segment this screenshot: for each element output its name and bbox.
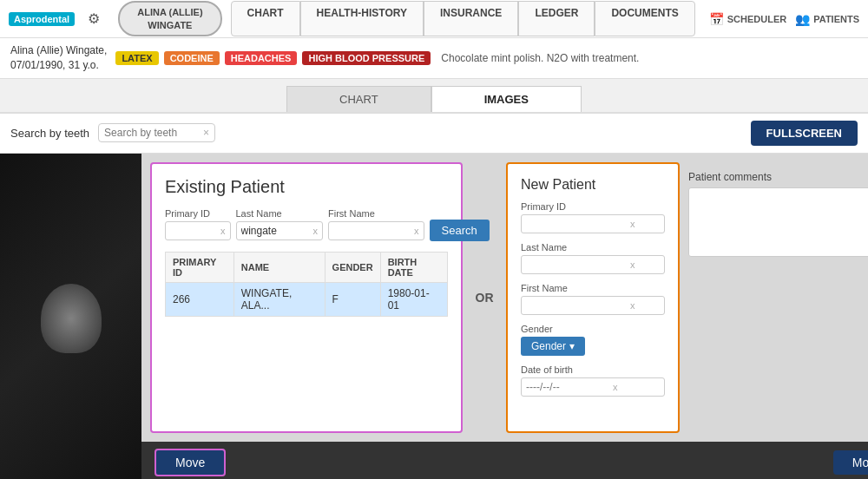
cell-id: 266 [166, 282, 234, 316]
np-primary-id-wrap: x [521, 214, 665, 233]
modal-area: Existing Patient Primary ID x Last Name [141, 154, 868, 442]
or-divider: OR [463, 162, 506, 433]
move-button-left[interactable]: Move [155, 449, 226, 476]
xray-panel [0, 154, 141, 479]
search-button[interactable]: Search [430, 220, 490, 241]
tab-chart-sub[interactable]: CHART [286, 86, 431, 112]
sub-tabs: CHART IMAGES [0, 79, 868, 114]
badge-high-blood-pressure: HIGH BLOOD PRESSURE [302, 51, 431, 65]
new-patient-box: New Patient Primary ID x Last Name x [506, 162, 680, 433]
np-gender-group: Gender Gender ▾ [521, 324, 665, 356]
badge-headaches: HEADACHES [225, 51, 298, 65]
np-dob-input[interactable] [526, 381, 613, 393]
table-row[interactable]: 266 WINGATE, ALA... F 1980-01-01 [166, 282, 448, 316]
patients-button[interactable]: 👥 PATIENTS [795, 12, 859, 26]
existing-patient-form-row: Primary ID x Last Name x [165, 207, 448, 241]
np-dob-group: Date of birth x [521, 364, 665, 397]
patient-dob: 07/01/1990, 31 y.o. [10, 58, 107, 73]
tab-documents[interactable]: DOCUMENTS [595, 1, 694, 36]
tab-health-history[interactable]: HEALTH-HISTORY [300, 1, 424, 36]
first-name-clear[interactable]: x [414, 226, 419, 236]
search-by-teeth-label: Search by teeth [10, 127, 89, 140]
col-primary-id: PRIMARY ID [166, 252, 234, 282]
col-gender: GENDER [325, 252, 380, 282]
np-gender-label: Gender [521, 324, 665, 334]
np-last-name-clear[interactable]: x [630, 259, 635, 270]
alert-note: Chocolate mint polish. N2O with treatmen… [441, 52, 639, 64]
np-dob-clear[interactable]: x [613, 382, 618, 392]
primary-id-clear[interactable]: x [220, 226, 226, 236]
tab-patient[interactable]: ALINA (ALLIE) WINGATE [118, 1, 221, 36]
content-panel: Existing Patient Primary ID x Last Name [141, 154, 868, 479]
gender-dropdown-button[interactable]: Gender ▾ [521, 337, 585, 356]
chevron-down-icon: ▾ [569, 340, 575, 352]
xray-image [0, 154, 141, 479]
np-first-name-group: First Name x [521, 283, 665, 315]
last-name-clear[interactable]: x [313, 226, 319, 236]
search-clear-icon[interactable]: × [203, 127, 209, 139]
move-button-right[interactable]: Move [833, 450, 868, 475]
search-input-wrap: × [98, 123, 215, 142]
primary-id-group: Primary ID x [165, 208, 231, 240]
np-first-name-input[interactable] [526, 299, 630, 312]
last-name-input-wrap: x [236, 221, 324, 240]
np-last-name-input[interactable] [526, 259, 630, 271]
top-bar: Asprodental ⚙ ALINA (ALLIE) WINGATE CHAR… [0, 0, 868, 38]
primary-id-input[interactable] [170, 225, 218, 237]
new-patient-title: New Patient [521, 177, 665, 193]
patient-bar: Alina (Allie) Wingate, 07/01/1990, 31 y.… [0, 38, 868, 79]
top-right-buttons: 📅 SCHEDULER 👥 PATIENTS [709, 12, 859, 26]
np-last-name-wrap: x [521, 255, 665, 274]
existing-patient-title: Existing Patient [165, 177, 448, 197]
np-first-name-clear[interactable]: x [630, 300, 635, 311]
tab-images-sub[interactable]: IMAGES [431, 86, 582, 112]
existing-patient-box: Existing Patient Primary ID x Last Name [150, 162, 463, 433]
tab-chart[interactable]: CHART [231, 1, 300, 36]
comments-textarea[interactable] [688, 187, 868, 257]
first-name-input[interactable] [333, 225, 411, 237]
results-table: PRIMARY ID NAME GENDER BIRTH DATE 266 WI… [165, 252, 448, 317]
first-name-group: First Name x [328, 208, 424, 240]
bottom-bar: Move Move [141, 442, 868, 479]
primary-id-input-wrap: x [165, 221, 231, 240]
np-first-name-wrap: x [521, 296, 665, 315]
gear-icon[interactable]: ⚙ [88, 10, 100, 27]
patient-name: Alina (Allie) Wingate, [10, 43, 107, 58]
np-last-name-group: Last Name x [521, 242, 665, 274]
np-last-name-label: Last Name [521, 242, 665, 253]
col-name: NAME [233, 252, 325, 282]
primary-id-label: Primary ID [165, 208, 231, 219]
search-bar: Search by teeth × FULLSCREEN [0, 114, 868, 154]
cell-gender: F [325, 282, 380, 316]
col-birth-date: BIRTH DATE [380, 252, 447, 282]
last-name-input[interactable] [241, 225, 311, 237]
logo: Asprodental [9, 12, 75, 26]
first-name-label: First Name [328, 208, 424, 219]
np-primary-id-label: Primary ID [521, 201, 665, 212]
cell-birth-date: 1980-01-01 [380, 282, 447, 316]
badge-latex: LATEX [115, 51, 158, 65]
badge-codeine: CODEINE [164, 51, 220, 65]
search-input[interactable] [104, 127, 200, 139]
comments-section: Patient comments [680, 162, 868, 433]
scheduler-icon: 📅 [709, 12, 724, 26]
scheduler-button[interactable]: 📅 SCHEDULER [709, 12, 786, 26]
cell-name: WINGATE, ALA... [233, 282, 325, 316]
alert-badges: LATEX CODEINE HEADACHES HIGH BLOOD PRESS… [115, 51, 639, 65]
xray-tooth [41, 284, 102, 353]
last-name-label: Last Name [236, 208, 324, 219]
tab-ledger[interactable]: LEDGER [518, 1, 595, 36]
np-dob-wrap: x [521, 377, 665, 397]
nav-tabs: ALINA (ALLIE) WINGATE CHART HEALTH-HISTO… [113, 1, 700, 36]
last-name-group: Last Name x [236, 208, 324, 240]
comments-label: Patient comments [688, 171, 868, 183]
np-primary-id-group: Primary ID x [521, 201, 665, 233]
np-dob-label: Date of birth [521, 364, 665, 375]
main-area: Existing Patient Primary ID x Last Name [0, 154, 868, 479]
fullscreen-button[interactable]: FULLSCREEN [751, 121, 858, 146]
tab-insurance[interactable]: INSURANCE [424, 1, 518, 36]
first-name-input-wrap: x [328, 221, 424, 240]
np-primary-id-input[interactable] [526, 218, 630, 230]
patient-info: Alina (Allie) Wingate, 07/01/1990, 31 y.… [10, 43, 107, 73]
np-primary-id-clear[interactable]: x [630, 219, 635, 229]
